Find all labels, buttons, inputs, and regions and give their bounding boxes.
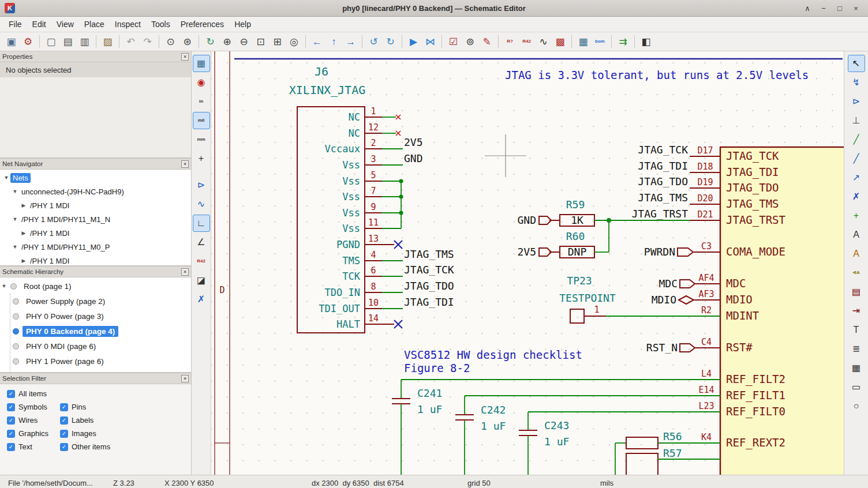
hierarchy-page[interactable]: PHY 0 Power (page 3)	[10, 309, 191, 324]
show-grid-button[interactable]: ▦	[193, 55, 210, 72]
free-angle-mode-button[interactable]: ∠	[193, 234, 210, 251]
textbox-tool-button[interactable]: ≣	[848, 340, 865, 358]
menu-preferences[interactable]: Preferences	[175, 17, 229, 31]
rectangle-tool-button[interactable]: ▭	[848, 378, 865, 396]
units-mm-button[interactable]: mm	[193, 131, 210, 148]
checkbox-checked-icon[interactable]	[7, 416, 15, 425]
properties-panel-toggle-button[interactable]: ◪	[193, 272, 210, 289]
caret-down-icon[interactable]: ▼	[11, 189, 19, 194]
plot-button[interactable]: ▥	[77, 34, 92, 50]
schematic-drawing[interactable]: D JTAG is 3.3V tolerant, but runs at 2.5…	[211, 51, 844, 475]
paste-button[interactable]: ▨	[100, 34, 115, 50]
close-button[interactable]: ×	[850, 2, 862, 14]
menu-tools[interactable]: Tools	[146, 17, 175, 31]
net-item[interactable]: ▶/PHY 1 MDI	[0, 254, 191, 265]
net-item[interactable]: ▶/PHY 1 MDI	[0, 226, 191, 240]
grid-overrides-lock-button[interactable]: ◉	[193, 74, 210, 91]
schematic-canvas[interactable]: D JTAG is 3.3V tolerant, but runs at 2.5…	[211, 51, 844, 475]
bus-entry-button[interactable]: ↗	[848, 169, 865, 186]
menu-inspect[interactable]: Inspect	[110, 17, 146, 31]
filter-all-items[interactable]: All items	[3, 389, 57, 398]
bus-tool-button[interactable]: ╱	[848, 150, 865, 167]
maximize-button[interactable]: □	[833, 2, 846, 14]
hierarchy-page[interactable]: PHY 1 Power (page 6)	[10, 354, 191, 369]
crosshair-cursor-button[interactable]: +	[193, 150, 210, 167]
undo-button[interactable]: ↶	[123, 34, 139, 50]
c241-symbol[interactable]: C241 1 uF	[392, 380, 442, 475]
annotate-button[interactable]: R?	[502, 34, 518, 50]
filter-pins[interactable]: Pins	[57, 403, 110, 411]
circle-tool-button[interactable]: ○	[848, 397, 865, 415]
filter-other-items[interactable]: Other items	[57, 442, 110, 451]
close-icon[interactable]	[181, 268, 189, 276]
net-item[interactable]: ▼/PHY 1 MDI/PHY11_M0_P	[0, 240, 191, 254]
power-port-button[interactable]: ⊥	[848, 112, 865, 129]
hierarchy-page[interactable]: PHY 0 MDI (page 6)	[10, 339, 191, 354]
net-item[interactable]: ▼/PHY 1 MDI/PHY11_M1_N	[0, 212, 191, 226]
caret-down-icon[interactable]: ▼	[11, 216, 19, 222]
sheet-pin-button[interactable]: ⇥	[848, 302, 865, 320]
c243-symbol[interactable]: C243 1 uF	[519, 412, 569, 475]
find-replace-button[interactable]: ⊛	[179, 34, 195, 50]
c242-symbol[interactable]: C242 1 uF	[455, 396, 506, 475]
caret-right-icon[interactable]: ▶	[20, 258, 28, 264]
selection-filter-panel-title[interactable]: Selection Filter	[0, 373, 191, 384]
net-item[interactable]: ▶/PHY 1 MDI	[0, 198, 191, 212]
sim-chart-button[interactable]: ∿	[193, 196, 210, 213]
footprint-preview-button[interactable]: R42	[193, 253, 210, 270]
hierarchy-panel-title[interactable]: Schematic Hierarchy	[0, 266, 191, 277]
hierarchy-page[interactable]: ▼Root (page 1)	[0, 279, 191, 294]
zoom-out-button[interactable]: ⊖	[236, 34, 252, 50]
toggle-panels-button[interactable]: ◧	[638, 34, 654, 50]
checkbox-checked-icon[interactable]	[60, 416, 68, 425]
note-vsc-1[interactable]: VSC8512 HW design checklist	[404, 348, 582, 361]
hierarchy-up-button[interactable]: ↑	[326, 34, 342, 50]
table-tool-button[interactable]: ▦	[848, 359, 865, 377]
caret-right-icon[interactable]: ▶	[20, 230, 28, 236]
refresh-button[interactable]: ↻	[203, 34, 218, 50]
highlight-net-button[interactable]: ↯	[848, 74, 865, 91]
redo-button[interactable]: ↷	[140, 34, 155, 50]
new-sheet-button[interactable]: ▢	[43, 34, 59, 50]
zoom-selection-button[interactable]: ⊞	[270, 34, 285, 50]
shade-button[interactable]: ∧	[801, 2, 814, 14]
close-icon[interactable]	[181, 160, 189, 168]
rotate-ccw-button[interactable]: ↺	[366, 34, 381, 50]
filter-labels[interactable]: Labels	[57, 416, 110, 425]
sim-probe-tool-button[interactable]: ⊳	[848, 93, 865, 110]
rotate-cw-button[interactable]: ↻	[383, 34, 398, 50]
caret-down-icon[interactable]: ▼	[0, 283, 8, 289]
find-button[interactable]: ⊙	[163, 34, 178, 50]
zoom-objects-button[interactable]: ◎	[286, 34, 302, 50]
select-tool-button[interactable]: ↖	[848, 55, 865, 72]
simulator-button[interactable]: ∿	[536, 34, 551, 50]
filter-symbols[interactable]: Symbols	[3, 403, 57, 411]
print-button[interactable]: ▤	[60, 34, 76, 50]
sim-probe-button[interactable]: ⊳	[193, 177, 210, 194]
menu-help[interactable]: Help	[229, 17, 256, 31]
units-inches-button[interactable]: in	[193, 93, 210, 110]
hierarchy-sheet-button[interactable]: ▤	[848, 283, 865, 301]
no-connect-flag[interactable]	[394, 241, 402, 328]
properties-panel-title[interactable]: Properties	[0, 51, 191, 62]
zoom-in-button[interactable]: ⊕	[219, 34, 235, 50]
checkbox-checked-icon[interactable]	[60, 443, 68, 451]
menu-file[interactable]: File	[3, 17, 27, 31]
junction-button[interactable]: +	[848, 207, 865, 224]
filter-graphics[interactable]: Graphics	[3, 429, 57, 438]
text-tool-button[interactable]: T	[848, 321, 865, 339]
edit-symbols-button[interactable]: ✎	[479, 34, 495, 50]
search-nets-button[interactable]: ⊚	[462, 34, 478, 50]
j6-net-labels[interactable]: 2V5 GND JTAG_TMS JTAG_TCK JTAG_TDO JTAG_…	[404, 136, 454, 308]
note-vsc-2[interactable]: Figure 8-2	[404, 362, 470, 374]
ref-des[interactable]: J6	[315, 65, 328, 78]
menu-view[interactable]: View	[51, 17, 79, 31]
j6-symbol[interactable]: J6 XILINX_JTAG NC NC Vccaux	[289, 65, 394, 333]
filter-wires[interactable]: Wires	[3, 416, 57, 425]
caret-down-icon[interactable]: ▼	[2, 175, 10, 181]
net-item[interactable]: ▼Nets	[0, 171, 191, 185]
nav-back-button[interactable]: ←	[309, 34, 325, 50]
save-button[interactable]: ▣	[3, 34, 19, 50]
note-jtag[interactable]: JTAG is 3.3V tolerant, but runs at 2.5V …	[505, 69, 809, 81]
mirror-button[interactable]: ⋈	[422, 34, 438, 50]
